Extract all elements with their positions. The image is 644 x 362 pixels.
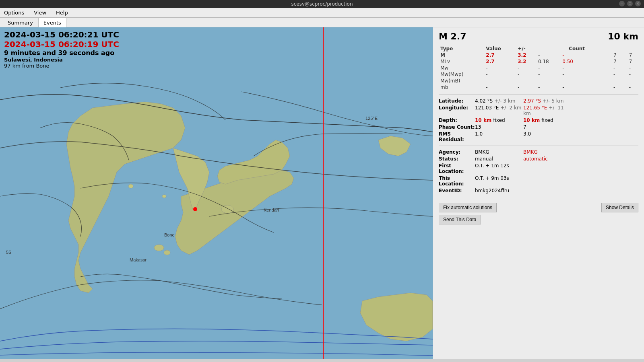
menu-view[interactable]: View xyxy=(32,9,48,16)
mag-val1: 2.7 xyxy=(484,58,516,65)
mag-c2: - xyxy=(627,65,638,71)
mag-type: M xyxy=(439,52,484,58)
mag-pm2: - xyxy=(561,65,605,71)
mag-type: MLv xyxy=(439,58,484,65)
title-text: scesv@scproc/production xyxy=(291,1,353,7)
button-area: Fix automatic solutions Show Details Sen… xyxy=(439,195,638,224)
mag-val2: - xyxy=(516,65,537,71)
col-count: Count xyxy=(561,45,605,52)
latitude-val1: 4.02 °S +/- 3 km xyxy=(475,98,523,104)
tab-summary[interactable]: Summary xyxy=(2,18,38,27)
divider-1 xyxy=(439,95,638,95)
mag-c2: - xyxy=(627,71,638,78)
phase-count-val2: 7 xyxy=(523,124,572,130)
svg-point-10 xyxy=(128,184,133,188)
coords-section: Latitude: 4.02 °S +/- 3 km 2.97 °S +/- 5… xyxy=(439,98,638,142)
svg-point-7 xyxy=(154,245,164,251)
mag-val2: 3.2 xyxy=(516,58,537,65)
status-val1: manual xyxy=(475,156,523,162)
first-loc-val: O.T. + 1m 12s xyxy=(475,163,638,174)
mag-val2: - xyxy=(516,84,537,90)
first-loc-label: First Location: xyxy=(439,163,475,174)
mag-pm2: - xyxy=(561,84,605,90)
menubar: Options View Help xyxy=(0,8,644,18)
mag-pm: 0.18 xyxy=(537,58,561,65)
mag-c2: 7 xyxy=(627,58,638,65)
mag-c1: - xyxy=(605,65,627,71)
svg-point-11 xyxy=(162,195,166,198)
eventid-val: bmkg2024ffru xyxy=(475,188,638,193)
mag-val1: - xyxy=(484,71,516,78)
col-count2 xyxy=(605,45,627,52)
main-content: Kendari Bone Makasar 125°E 5S 2024-03-15… xyxy=(0,27,644,359)
tab-events[interactable]: Events xyxy=(38,18,66,27)
svg-point-8 xyxy=(164,250,170,255)
mag-val1: - xyxy=(484,78,516,84)
rms-label: RMS Residual: xyxy=(439,131,475,142)
mag-c1: - xyxy=(605,71,627,78)
latitude-label: Latitude: xyxy=(439,98,475,104)
close-button[interactable]: ✕ xyxy=(635,1,641,6)
svg-text:5S: 5S xyxy=(6,250,11,255)
mag-c1: 7 xyxy=(605,52,627,58)
longitude-val2: 121.65 °E +/- 11 km xyxy=(523,105,572,116)
fix-automatic-button[interactable]: Fix automatic solutions xyxy=(439,203,497,212)
status-label: Status: xyxy=(439,156,475,162)
show-details-button[interactable]: Show Details xyxy=(601,203,638,212)
rms-val2: 3.0 xyxy=(523,131,572,142)
agency-val2: BMKG xyxy=(523,149,572,155)
info-panel: M 2.7 10 km Type Value +/- Count M 2.7 3… xyxy=(433,27,644,359)
map-area[interactable]: Kendari Bone Makasar 125°E 5S 2024-03-15… xyxy=(0,27,433,359)
info-header: M 2.7 10 km xyxy=(439,31,638,41)
divider-2 xyxy=(439,146,638,146)
svg-text:Makasar: Makasar xyxy=(130,257,147,262)
mag-c1: - xyxy=(605,84,627,90)
svg-text:125°E: 125°E xyxy=(365,116,378,121)
col-pm: +/- xyxy=(516,45,537,52)
phase-count-val1: 13 xyxy=(475,124,523,130)
col-type: Type xyxy=(439,45,484,52)
mag-pm: - xyxy=(537,78,561,84)
mag-val2: - xyxy=(516,71,537,78)
svg-text:Bone: Bone xyxy=(164,232,175,237)
minimize-button[interactable]: – xyxy=(619,1,625,6)
mag-c2: - xyxy=(627,84,638,90)
mag-pm2: - xyxy=(561,71,605,78)
status-val2: automatic xyxy=(523,156,572,162)
mag-pm2: - xyxy=(561,52,605,58)
agency-section: Agency: BMKG BMKG Status: manual automat… xyxy=(439,149,638,193)
mag-pm: - xyxy=(537,52,561,58)
mag-val2: - xyxy=(516,78,537,84)
mag-c2: 7 xyxy=(627,52,638,58)
mag-pm2: 0.50 xyxy=(561,58,605,65)
mag-pm: - xyxy=(537,84,561,90)
mag-c1: - xyxy=(605,78,627,84)
mag-val2: 3.2 xyxy=(516,52,537,58)
maximize-button[interactable]: □ xyxy=(627,1,633,6)
agency-val1: BMKG xyxy=(475,149,523,155)
magnitude-label: M 2.7 xyxy=(439,31,466,41)
depth-label: 10 km xyxy=(608,31,638,41)
tabbar: Summary Events xyxy=(0,18,644,27)
mag-val1: 2.7 xyxy=(484,52,516,58)
mag-type: Mw(mB) xyxy=(439,78,484,84)
longitude-label: Longitude: xyxy=(439,105,475,116)
titlebar: scesv@scproc/production – □ ✕ xyxy=(0,0,644,8)
menu-options[interactable]: Options xyxy=(2,9,26,16)
mag-pm2: - xyxy=(561,78,605,84)
mag-type: mb xyxy=(439,84,484,90)
depth-val2: 10 km fixed xyxy=(523,117,572,123)
this-loc-val: O.T. + 9m 03s xyxy=(475,175,638,187)
mag-c2: - xyxy=(627,78,638,84)
send-data-button[interactable]: Send This Data xyxy=(439,215,481,224)
menu-help[interactable]: Help xyxy=(54,9,70,16)
mag-c1: 7 xyxy=(605,58,627,65)
magnitude-table: Type Value +/- Count M 2.7 3.2 - - 7 7 M… xyxy=(439,45,638,90)
latitude-val2: 2.97 °S +/- 5 km xyxy=(523,98,572,104)
longitude-val1: 121.03 °E +/- 2 km xyxy=(475,105,523,116)
mag-type: Mw xyxy=(439,65,484,71)
mag-val1: - xyxy=(484,84,516,90)
eventid-label: EventID: xyxy=(439,188,475,193)
depth-val1: 10 km fixed xyxy=(475,117,523,123)
this-loc-label: This Location: xyxy=(439,175,475,187)
